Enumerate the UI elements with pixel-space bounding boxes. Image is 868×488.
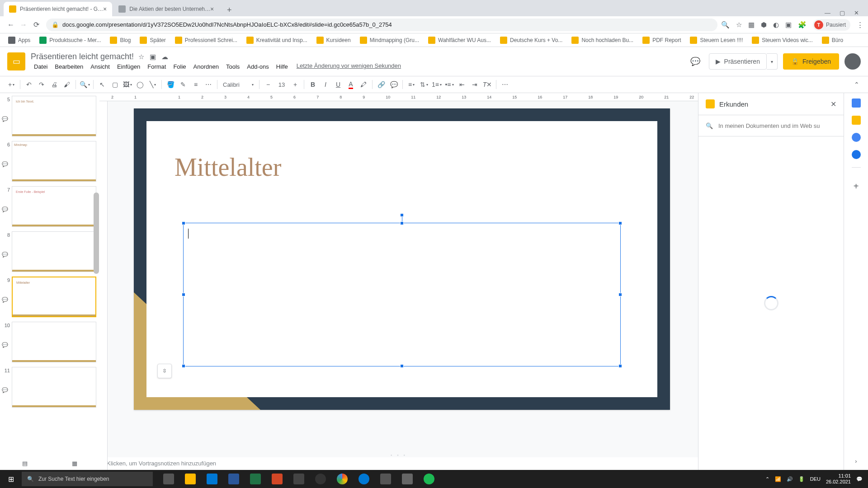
extension-icon[interactable]: ▣ [785,21,792,29]
bookmark-item[interactable]: Kursideen [313,35,354,46]
slide-thumbnail-active[interactable]: 9 Mittelalter 💬 [3,277,96,317]
comment-indicator-icon[interactable]: 💬 [2,342,8,348]
bookmark-item[interactable]: Steuern Lesen !!!! [686,35,746,46]
menu-edit[interactable]: Bearbeiten [52,62,86,71]
adblock-icon[interactable]: ⬢ [761,21,767,29]
grid-view-button[interactable]: ▦ [72,460,77,467]
bookmark-item[interactable]: Produktsuche - Mer... [36,35,104,46]
taskbar-app[interactable] [202,470,222,488]
filmstrip-view-button[interactable]: ▤ [22,460,28,467]
text-color-button[interactable]: A [345,79,357,90]
comment-button[interactable]: 💬 [388,79,400,90]
bookmark-item[interactable]: Kreativität und Insp... [243,35,311,46]
comment-indicator-icon[interactable]: 💬 [2,116,8,122]
taskbar-app[interactable] [223,470,244,488]
font-size-increase[interactable]: + [289,79,301,90]
start-button[interactable]: ⊞ [0,470,22,488]
tray-language[interactable]: DEU [810,476,821,482]
close-icon[interactable]: × [103,5,107,13]
menu-tools[interactable]: Tools [223,62,243,71]
contacts-icon[interactable] [852,150,861,159]
tray-notifications-icon[interactable]: 💬 [856,476,863,482]
slide-canvas[interactable]: Mittelalter ⇳ [134,108,670,410]
scrollbar-thumb[interactable] [94,192,99,274]
underline-button[interactable]: U [332,79,344,90]
tray-wifi-icon[interactable]: 📶 [775,476,781,482]
menu-icon[interactable]: ⋮ [857,21,863,29]
resize-handle[interactable] [182,221,185,225]
comment-indicator-icon[interactable]: 💬 [2,387,8,393]
maximize-icon[interactable]: ▢ [840,9,845,16]
extensions-icon[interactable]: 🧩 [798,21,807,29]
minimize-icon[interactable]: — [825,9,830,16]
tray-clock[interactable]: 11:01 26.02.2021 [826,473,851,485]
menu-arrange[interactable]: Anordnen [190,62,222,71]
move-icon[interactable]: ▣ [150,53,156,61]
new-slide-button[interactable]: + [5,79,17,90]
link-button[interactable]: 🔗 [375,79,387,90]
bookmark-item[interactable]: Noch hochladen Bu... [568,35,637,46]
menu-file[interactable]: Datei [31,62,51,71]
resize-handle[interactable] [618,293,622,296]
menu-help[interactable]: Hilfe [273,62,291,71]
border-weight-button[interactable]: ≡ [190,79,202,90]
calendar-icon[interactable] [852,99,861,108]
taskbar-app[interactable] [267,470,288,488]
menu-view[interactable]: Ansicht [87,62,113,71]
bookmark-item[interactable]: Deutsche Kurs + Vo... [496,35,566,46]
collapse-rail-button[interactable]: › [855,458,857,465]
close-icon[interactable]: ✕ [830,100,836,108]
taskbar-app[interactable] [288,470,309,488]
line-tool[interactable]: ╲ [147,79,159,90]
bookmark-item[interactable]: Wahlfächer WU Aus... [425,35,495,46]
comment-indicator-icon[interactable]: 💬 [2,297,8,303]
slide-title-text[interactable]: Mittelalter [175,153,281,182]
tray-chevron-icon[interactable]: ⌃ [765,476,769,482]
comment-indicator-icon[interactable]: 💬 [2,206,8,212]
share-button[interactable]: 🔒 Freigeben [783,53,839,70]
resize-handle[interactable] [618,364,622,368]
taskbar-app[interactable] [397,470,418,488]
resize-handle[interactable] [400,221,404,225]
select-tool[interactable]: ↖ [96,79,108,90]
windows-search[interactable]: 🔍 Zur Suche Text hier eingeben [22,472,153,486]
margin-tool[interactable]: ⇳ [157,364,172,378]
close-window-icon[interactable]: ✕ [854,9,859,16]
taskbar-app[interactable] [354,470,374,488]
resize-handle[interactable] [618,221,622,225]
qr-icon[interactable]: ▦ [748,21,755,29]
zoom-icon[interactable]: 🔍 [721,21,730,29]
slide-filmstrip[interactable]: 5 Ich bin Texxt. 💬 6 Mindmap 💬 7 Erste F… [0,93,99,470]
explore-search-input[interactable] [718,122,836,129]
bookmark-item[interactable]: Blog [106,35,134,46]
bookmark-item[interactable]: Büro [818,35,847,46]
font-size-decrease[interactable]: − [262,79,274,90]
slide-thumbnail[interactable]: 7 Erste Folie - Beispiel 💬 [3,186,96,227]
clear-format-button[interactable]: T✕ [481,79,493,90]
notes-drag-handle[interactable]: • • • [99,453,698,457]
menu-addons[interactable]: Add-ons [244,62,272,71]
comment-indicator-icon[interactable]: 💬 [2,161,8,167]
paint-format-button[interactable]: 🖌 [61,79,73,90]
address-bar[interactable]: 🔒 docs.google.com/presentation/d/1yV372S… [46,19,717,31]
present-dropdown[interactable]: ▾ [767,53,778,70]
redo-button[interactable]: ↷ [36,79,47,90]
document-title[interactable]: Präsentieren leicht gemacht! [31,52,134,61]
line-spacing-button[interactable]: ⇅ [418,79,430,90]
bookmark-item[interactable]: Später [136,35,169,46]
comments-button[interactable]: 💬 [687,53,703,70]
task-view-button[interactable] [158,470,179,488]
new-tab-button[interactable]: + [223,4,236,16]
extension-icon[interactable]: ◐ [773,21,779,29]
reload-button[interactable]: ⟳ [30,19,42,31]
profile-chip[interactable]: T Pausiert [813,19,850,31]
menu-insert[interactable]: Einfügen [114,62,143,71]
slide-thumbnail[interactable]: 10 💬 [3,322,96,362]
menu-slide[interactable]: Folie [170,62,189,71]
bullet-list-button[interactable]: •≡ [443,79,455,90]
taskbar-app[interactable] [245,470,266,488]
speaker-notes[interactable]: Klicken, um Vortragsnotizen hinzuzufügen [99,457,698,470]
taskbar-app-spotify[interactable] [419,470,439,488]
browser-tab-active[interactable]: Präsentieren leicht gemacht! - G… × [4,2,112,16]
image-tool[interactable]: 🖼 [122,79,133,90]
